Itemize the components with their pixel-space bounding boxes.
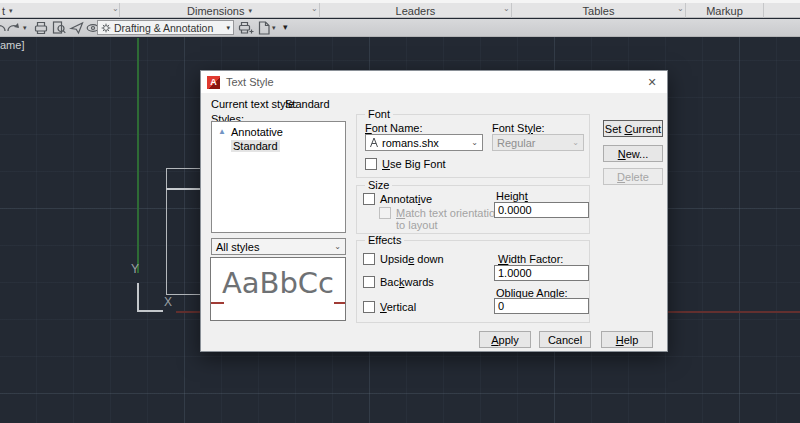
batch-plot-icon[interactable] (33, 20, 49, 36)
set-current-label: Set Current (605, 123, 661, 135)
width-factor-label: Width Factor: (498, 253, 563, 265)
effects-group: Effects Upside down Backwards Vertical W… (356, 240, 590, 323)
dialog-titlebar[interactable]: A Text Style ✕ (201, 71, 667, 93)
upside-down-label: Upside down (380, 253, 444, 265)
style-filter-dropdown[interactable]: All styles ⌄ (211, 238, 346, 255)
panel-launcher-icon[interactable]: ⌄ (677, 5, 684, 13)
delete-label: Delete (617, 171, 649, 183)
ribbon-panel-label: t (2, 5, 5, 17)
annotative-icon: ▲ (218, 128, 227, 136)
height-field[interactable] (494, 202, 589, 218)
gear-icon (100, 22, 112, 34)
chevron-down-icon: ⌄ (467, 138, 482, 147)
size-group-title: Size (365, 179, 392, 191)
ribbon-panel-tables[interactable]: Tables (512, 3, 686, 18)
vertical-label: Vertical (380, 301, 416, 313)
match-orientation-checkbox: Match text orientation to layout (379, 207, 501, 231)
redo-dropdown-icon[interactable]: ▾ (23, 24, 27, 31)
list-item-annotative[interactable]: ▲ Annotative (212, 125, 345, 139)
new-button[interactable]: New... (603, 145, 663, 162)
annotative-checkbox[interactable]: Annotative (363, 193, 432, 205)
chevron-down-icon: ▾ (248, 7, 252, 14)
help-button[interactable]: Help (601, 331, 653, 348)
use-big-font-checkbox[interactable]: Use Big Font (365, 158, 446, 170)
workspace-name: Drafting & Annotation (114, 22, 223, 34)
ribbon-panel-leaders[interactable]: Leaders (320, 3, 512, 18)
size-group: Size Annotative Match text orientation t… (356, 185, 590, 234)
chevron-down-icon: ▾ (9, 7, 13, 14)
redo-icon[interactable] (6, 20, 22, 36)
publish-icon[interactable] (69, 20, 85, 36)
ribbon-panel-dimensions[interactable]: Dimensions ▾ (120, 3, 320, 18)
apply-button[interactable]: Apply (479, 331, 531, 348)
checkbox-box (365, 158, 377, 170)
panel-launcher-icon[interactable]: ⌄ (311, 5, 318, 13)
new-label: New... (618, 148, 649, 160)
shx-font-icon (369, 137, 379, 148)
oblique-angle-field[interactable] (494, 298, 589, 314)
ribbon-panel-label: Dimensions (187, 5, 244, 17)
close-icon[interactable]: ✕ (637, 71, 667, 93)
backwards-label: Backwards (380, 276, 434, 288)
panel-launcher-icon[interactable]: ⌄ (112, 5, 119, 13)
filter-value: All styles (212, 241, 259, 253)
style-preview-box: AaBbCc (210, 257, 346, 321)
current-style-value: Standard (285, 98, 330, 110)
workspace-switcher[interactable]: Drafting & Annotation ▾ (97, 20, 234, 35)
ucs-icon-vertical (137, 283, 139, 312)
match-orientation-label-line1: Match text orientation (396, 207, 501, 219)
ucs-y-label: Y (131, 262, 139, 276)
ribbon-panel-text[interactable]: t ▾ (0, 3, 120, 18)
ucs-x-label: X (164, 295, 172, 309)
font-style-label: Font Style: (492, 122, 545, 134)
qat-customize-icon[interactable]: ▾ (283, 23, 288, 32)
style-name: Annotative (231, 126, 283, 138)
font-name-dropdown[interactable]: romans.shx ⌄ (365, 134, 483, 151)
ribbon-panel-label: Leaders (396, 5, 436, 17)
styles-list[interactable]: ▲ Annotative Standard (211, 121, 346, 233)
ribbon-panel-markup[interactable]: Markup (686, 3, 764, 18)
preview-baseline-tick-left (211, 302, 224, 304)
backwards-checkbox[interactable]: Backwards (363, 276, 434, 288)
annotative-label: Annotative (380, 193, 432, 205)
font-style-value: Regular (493, 137, 536, 149)
vertical-checkbox[interactable]: Vertical (363, 301, 416, 313)
chevron-down-icon: ⌄ (568, 138, 583, 147)
ucs-icon-horizontal (137, 310, 163, 312)
ribbon-panel-label: Markup (706, 5, 743, 17)
autocad-window: t ▾ ⌄ Dimensions ▾ ⌄ Leaders ⌄ Tables ⌄ … (0, 0, 800, 423)
delete-button: Delete (603, 168, 663, 185)
checkbox-box (363, 253, 375, 265)
cancel-button[interactable]: Cancel (539, 331, 591, 348)
effects-group-title: Effects (365, 234, 404, 246)
checkbox-box (363, 193, 375, 205)
checkbox-box (363, 301, 375, 313)
panel-launcher-icon[interactable]: ⌄ (503, 5, 510, 13)
y-axis-line (137, 38, 139, 273)
style-name: Standard (231, 140, 280, 152)
help-label: Help (616, 334, 639, 346)
preview-sample-text: AaBbCc (211, 266, 345, 300)
chevron-down-icon: ▾ (223, 24, 233, 32)
font-group: Font Font Name: romans.shx ⌄ Font Style:… (356, 114, 590, 178)
plot-add-icon[interactable] (238, 20, 254, 36)
quick-access-toolbar: ▾ Drafting & Annotation ▾ ▾ ▾ (0, 19, 800, 37)
list-item-standard[interactable]: Standard (212, 139, 345, 153)
plot-preview-icon[interactable] (51, 20, 67, 36)
font-style-dropdown: Regular ⌄ (492, 134, 584, 151)
set-current-button[interactable]: Set Current (603, 120, 663, 137)
export-icon[interactable] (256, 20, 272, 36)
ribbon-panel-strip: t ▾ ⌄ Dimensions ▾ ⌄ Leaders ⌄ Tables ⌄ … (0, 0, 800, 18)
use-big-font-label: Use Big Font (382, 158, 446, 170)
autocad-icon: A (207, 76, 220, 89)
font-name-value: romans.shx (382, 137, 439, 149)
ribbon-panel-label: Tables (583, 5, 615, 17)
match-orientation-label-line2: to layout (396, 219, 501, 231)
chevron-down-icon: ⌄ (330, 242, 345, 251)
dialog-title: Text Style (226, 76, 274, 88)
checkbox-box (363, 276, 375, 288)
upside-down-checkbox[interactable]: Upside down (363, 253, 444, 265)
preview-baseline-tick-right (334, 302, 345, 304)
export-dropdown-icon[interactable]: ▾ (272, 24, 276, 31)
width-factor-field[interactable] (494, 265, 589, 281)
